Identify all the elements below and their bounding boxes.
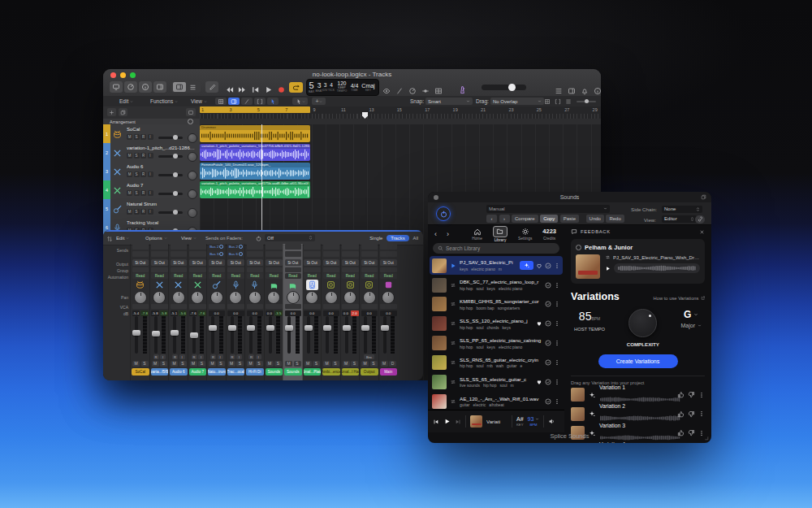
mixer-channel-strip[interactable]: St Out Read 0.0 MS Sounds (283, 244, 303, 380)
automation-mode[interactable]: Read (209, 273, 226, 279)
group-slot[interactable] (247, 267, 264, 272)
tag[interactable]: electric (473, 402, 486, 407)
send-slot[interactable] (342, 251, 359, 257)
mixer-channel-strip[interactable]: Bus 2 Bus 6 St Out Read 0.0 RI MS Trac..… (226, 244, 246, 380)
kebab-icon[interactable] (698, 410, 705, 417)
group-slot[interactable] (189, 267, 206, 272)
send-slot[interactable] (304, 244, 321, 250)
send-slot[interactable]: Bus 2 (209, 244, 226, 250)
tag[interactable]: hip hop (483, 383, 496, 388)
kebab-icon[interactable] (554, 398, 560, 405)
send-slot[interactable] (189, 251, 206, 257)
channel-name[interactable]: Trac...ocal (227, 368, 245, 376)
channel-dim-button[interactable]: D (389, 361, 396, 367)
volume-value[interactable]: -5.4 (132, 310, 140, 316)
preset-next-button[interactable]: › (499, 215, 510, 223)
check-circle-icon[interactable] (545, 263, 551, 269)
kebab-icon[interactable] (554, 301, 560, 307)
nav-settings[interactable]: Settings (518, 228, 532, 241)
play-icon[interactable] (605, 266, 611, 271)
pan-knob[interactable] (287, 291, 300, 304)
volume-value[interactable]: 0.0 (380, 310, 397, 316)
channel-mute-button[interactable]: M (285, 361, 292, 367)
mixer-channel-strip[interactable]: St Out Read 0.02.0 MS Smal...l Hall (340, 244, 361, 380)
send-slot[interactable] (285, 244, 302, 250)
sample-row[interactable]: AE_120_-_Am_-_Wah_Riff_01.wav guitarelec… (430, 392, 563, 410)
send-slot[interactable] (151, 244, 168, 250)
send-slot[interactable] (361, 244, 378, 250)
mixer-menu-view[interactable]: View (181, 236, 197, 241)
track-volume-slider[interactable] (158, 193, 183, 195)
track-header[interactable]: 4 Audio 7 MSRI (103, 180, 200, 200)
channel-solo-button[interactable]: S (332, 361, 339, 367)
vca-slot[interactable] (361, 304, 378, 309)
pan-knob[interactable] (267, 291, 280, 304)
volume-slider-thumb[interactable] (508, 84, 516, 91)
tag[interactable]: keys (487, 345, 495, 350)
kebab-icon[interactable] (554, 359, 560, 366)
group-slot[interactable] (342, 267, 359, 272)
track-i-button[interactable]: I (148, 134, 153, 140)
heart-outline-icon[interactable] (536, 263, 542, 269)
monitor-button[interactable] (110, 81, 123, 93)
vca-slot[interactable] (209, 304, 226, 309)
track-volume-slider[interactable] (158, 155, 183, 158)
automation-mode[interactable]: Read (342, 273, 359, 279)
channel-name[interactable]: Audio 7 (189, 368, 207, 376)
tag[interactable]: hip hop (460, 286, 473, 291)
tag[interactable]: hip hop (460, 363, 473, 368)
sample-row[interactable]: SLS_RNS_65_guitar_electric_cryin hip hop… (430, 354, 563, 372)
check-circle-icon[interactable] (545, 301, 551, 307)
channel-input-button[interactable]: I (256, 354, 261, 359)
tag[interactable]: electric piano (471, 267, 495, 271)
channel-name[interactable]: Sounds (284, 368, 302, 376)
pan-knob[interactable] (191, 291, 204, 304)
vca-slot[interactable] (266, 304, 283, 309)
pan-knob[interactable] (172, 291, 185, 304)
volume-value[interactable]: -5.8 (151, 310, 159, 316)
nav-home[interactable]: Home (472, 228, 482, 241)
output-select[interactable]: St Out (247, 259, 264, 266)
fader-track[interactable] (326, 316, 329, 354)
create-variations-button[interactable]: Create Variations (598, 354, 678, 368)
channel-name[interactable]: Output (361, 368, 378, 376)
complexity-knob[interactable] (628, 309, 657, 337)
fader-cap[interactable] (266, 325, 274, 331)
previous-icon[interactable] (433, 419, 439, 425)
channel-solo-button[interactable]: S (351, 361, 358, 367)
kebab-icon[interactable] (554, 282, 560, 289)
check-circle-icon[interactable] (545, 398, 551, 405)
channel-mute-button[interactable]: M (228, 361, 235, 367)
info-button[interactable] (139, 81, 152, 93)
channel-name[interactable]: Smal...l Hall (342, 368, 360, 376)
track-pan-knob[interactable] (188, 171, 197, 180)
pan-knob[interactable] (134, 291, 147, 304)
channel-record-button[interactable]: R (153, 354, 159, 359)
mixer-menu-options[interactable]: Options (145, 236, 167, 241)
grid-box-button[interactable] (544, 98, 551, 106)
fader-cap[interactable] (171, 330, 179, 336)
track-pan-knob[interactable] (188, 152, 197, 162)
preset-select[interactable]: Manual (486, 205, 610, 213)
mixer-channel-strip[interactable]: St Out Read -5.4-7.8 MS SoCal (130, 244, 150, 380)
fader-track[interactable] (211, 316, 214, 354)
track-i-button[interactable]: I (148, 190, 153, 196)
track-pan-knob[interactable] (188, 208, 197, 218)
group-slot[interactable] (380, 267, 397, 272)
channel-solo-button[interactable]: S (141, 361, 149, 367)
volume-value[interactable]: 0.0 (342, 310, 350, 316)
tag[interactable]: soul (499, 383, 507, 388)
variation-row[interactable]: Variation 4 (571, 443, 705, 444)
automation-mode[interactable]: Read (323, 273, 340, 279)
track-r-button[interactable]: R (140, 190, 146, 196)
track-m-button[interactable]: M (127, 134, 132, 140)
channel-record-button[interactable]: R (248, 354, 254, 359)
bounce-button[interactable]: Bnc (364, 354, 374, 359)
track-i-button[interactable]: I (148, 209, 153, 215)
track-header[interactable]: 3 Audio 6 MSRI (103, 162, 200, 181)
sends-on-faders-select[interactable]: Off (265, 234, 315, 241)
mixer-channel-strip[interactable]: St Out Read 0.0 RI MS Hi-Fi Di (244, 244, 265, 380)
tag[interactable]: chords (487, 325, 499, 330)
fader-track[interactable] (287, 316, 291, 354)
sample-row[interactable]: KMRBI_GHHS_85_songstarter_cor hip hopboo… (430, 295, 563, 314)
